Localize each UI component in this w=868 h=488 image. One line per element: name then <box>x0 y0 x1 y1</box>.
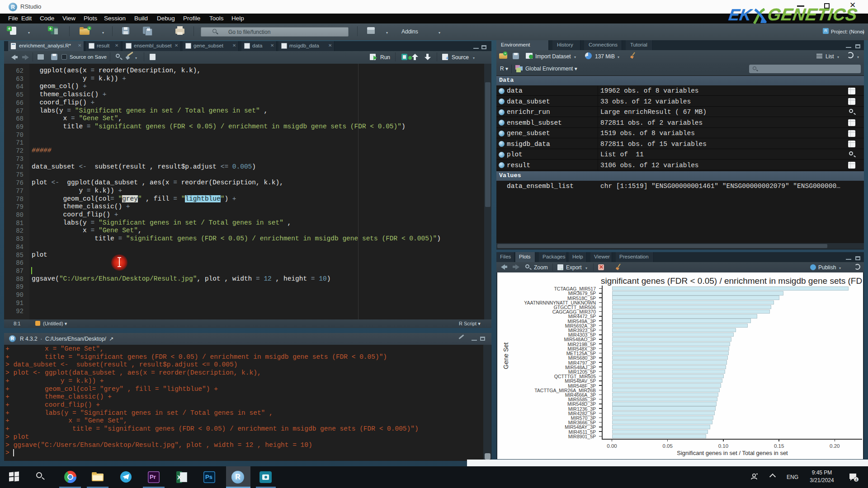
svg-text:4: 4 <box>855 478 857 482</box>
